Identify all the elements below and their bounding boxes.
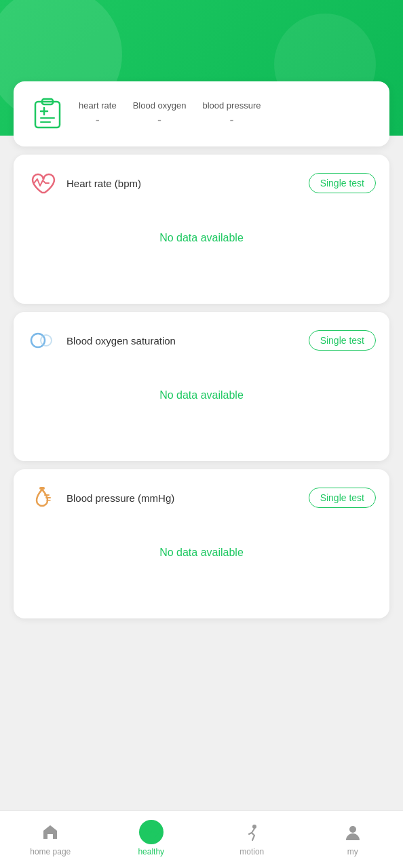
nav-item-my[interactable]: my — [303, 820, 404, 856]
metric-blood-pressure-value: - — [229, 113, 233, 127]
heart-rate-title: Heart rate (bpm) — [66, 178, 141, 189]
metric-heart-rate-value: - — [96, 113, 100, 127]
blood-oxygen-title: Blood oxygen saturation — [66, 335, 176, 347]
blood-oxygen-left: Blood oxygen saturation — [27, 326, 176, 355]
nav-my-label: my — [347, 847, 358, 856]
metric-heart-rate-label: heart rate — [79, 100, 117, 111]
blood-pressure-card: Blood pressure (mmHg) Single test No dat… — [14, 469, 389, 618]
svg-point-14 — [349, 826, 356, 833]
heart-rate-single-test-button[interactable]: Single test — [309, 173, 376, 193]
heart-rate-icon — [27, 168, 57, 198]
metric-heart-rate: heart rate - — [79, 100, 117, 127]
nav-item-healthy[interactable]: healthy — [101, 820, 202, 856]
summary-card: heart rate - Blood oxygen - blood pressu… — [14, 81, 389, 146]
metric-blood-oxygen: Blood oxygen - — [133, 100, 187, 127]
svg-point-7 — [41, 335, 52, 346]
blood-oxygen-icon — [27, 326, 57, 355]
heart-rate-card: Heart rate (bpm) Single test No data ava… — [14, 155, 389, 304]
blood-pressure-left: Blood pressure (mmHg) — [27, 483, 174, 513]
metric-blood-pressure: blood pressure - — [202, 100, 261, 127]
blood-pressure-single-test-button[interactable]: Single test — [309, 488, 376, 508]
nav-motion-label: motion — [239, 847, 264, 856]
nav-home-label: home page — [30, 847, 71, 856]
nav-item-motion[interactable]: motion — [202, 820, 303, 856]
nav-item-home[interactable]: home page — [0, 820, 101, 856]
healthy-icon — [139, 820, 164, 844]
heart-rate-no-data: No data available — [27, 232, 376, 244]
main-content: heart rate - Blood oxygen - blood pressu… — [0, 81, 403, 688]
heart-rate-left: Heart rate (bpm) — [27, 168, 141, 198]
metric-blood-oxygen-label: Blood oxygen — [133, 100, 187, 111]
blood-pressure-title: Blood pressure (mmHg) — [66, 492, 174, 504]
bottom-nav: home page healthy motion — [0, 810, 403, 868]
metric-blood-pressure-label: blood pressure — [202, 100, 261, 111]
summary-metrics: heart rate - Blood oxygen - blood pressu… — [79, 100, 373, 127]
my-icon — [341, 820, 365, 844]
heart-rate-header: Heart rate (bpm) Single test — [27, 168, 376, 198]
clipboard-icon — [30, 95, 65, 133]
home-icon — [38, 820, 62, 844]
blood-oxygen-card: Blood oxygen saturation Single test No d… — [14, 312, 389, 461]
blood-oxygen-single-test-button[interactable]: Single test — [309, 330, 376, 351]
svg-rect-0 — [35, 102, 60, 127]
blood-pressure-no-data: No data available — [27, 547, 376, 559]
metric-blood-oxygen-value: - — [157, 113, 161, 127]
blood-pressure-icon — [27, 483, 57, 513]
blood-oxygen-header: Blood oxygen saturation Single test — [27, 326, 376, 355]
motion-icon — [239, 820, 264, 844]
nav-healthy-label: healthy — [138, 847, 164, 856]
blood-pressure-header: Blood pressure (mmHg) Single test — [27, 483, 376, 513]
blood-oxygen-no-data: No data available — [27, 389, 376, 401]
